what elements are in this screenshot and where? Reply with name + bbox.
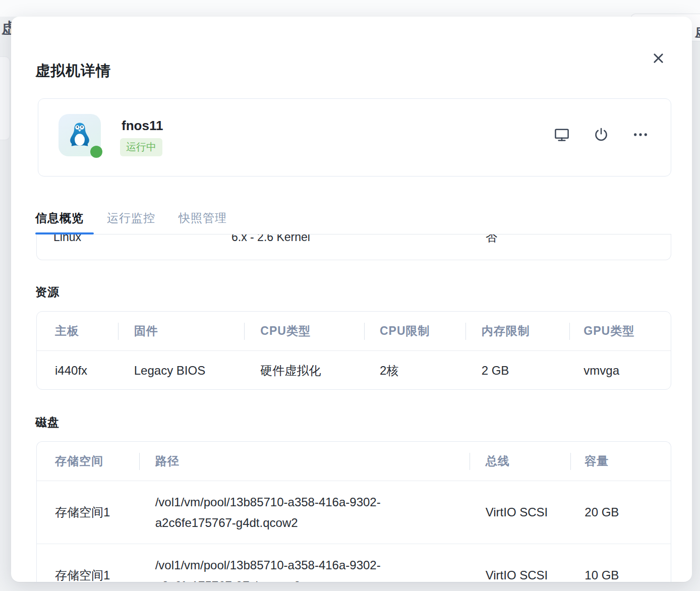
column-header: 路径 [139,451,469,471]
os-flag-cell: 否 [486,234,497,245]
vm-name: fnos11 [122,118,163,134]
os-info-table-clipped: Linux 6.x - 2.6 Kernel 否 [36,234,671,260]
cpu-type-cell: 硬件虚拟化 [244,363,364,379]
active-tab-underline [35,232,94,234]
status-badge: 运行中 [120,138,162,156]
column-header: 固件 [118,323,244,339]
column-header: 内存限制 [465,323,569,339]
vm-actions [550,123,652,146]
bus-cell: VirtIO SCSI [469,568,570,582]
column-header: 容量 [569,453,671,469]
path-cell: /vol1/vm/pool/13b85710-a358-416a-9302-a2… [139,492,469,533]
header-divider [570,453,571,470]
tab-snapshot[interactable]: 快照管理 [179,210,227,225]
tab-monitor[interactable]: 运行监控 [107,210,155,225]
header-divider [364,323,365,340]
backdrop-top-strip [0,0,700,17]
resources-table: 主板 固件 CPU类型 CPU限制 内存限制 GPU类型 i440fx Lega… [36,311,671,390]
power-icon [593,127,609,143]
header-divider [465,323,466,340]
motherboard-cell: i440fx [37,364,118,378]
vm-details-modal: 虚拟机详情 [11,17,692,582]
column-header: CPU类型 [244,323,364,339]
table-row: 存储空间1 /vol1/vm/pool/13b85710-a358-416a-9… [37,544,671,582]
monitor-icon [554,127,570,143]
path-cell: /vol1/vm/pool/13b85710-a358-416a-9302-a2… [139,555,469,582]
tab-bar: 信息概览 运行监控 快照管理 [35,210,227,225]
storage-space-cell: 存储空间1 [37,504,139,520]
close-button[interactable] [648,48,668,68]
disks-table: 存储空间 路径 总线 容量 存储空间1 /vol1/vm/pool/13b857… [36,441,671,582]
firmware-cell: Legacy BIOS [118,364,244,378]
console-button[interactable] [550,123,573,146]
column-header: CPU限制 [364,323,465,339]
modal-title: 虚拟机详情 [35,61,111,81]
backdrop-left-card [0,56,10,140]
capacity-cell: 10 GB [569,568,671,582]
column-header: 总线 [469,453,570,469]
column-header: 存储空间 [37,453,139,469]
storage-space-cell: 存储空间1 [37,567,139,582]
gpu-type-cell: vmvga [568,364,671,378]
header-divider [470,453,470,470]
power-button[interactable] [590,123,613,146]
status-dot [90,146,102,158]
bus-cell: VirtIO SCSI [469,505,570,519]
disks-table-header: 存储空间 路径 总线 容量 [37,442,671,481]
tab-overview[interactable]: 信息概览 [35,210,84,225]
disks-section-title: 磁盘 [35,415,60,430]
column-header: 主板 [37,323,118,339]
capacity-cell: 20 GB [569,505,671,519]
close-icon [652,51,665,65]
table-row: 存储空间1 /vol1/vm/pool/13b85710-a358-416a-9… [37,481,671,544]
header-divider [139,453,140,470]
table-row: i440fx Legacy BIOS 硬件虚拟化 2核 2 GB vmvga [37,351,671,390]
cpu-limit-cell: 2核 [364,363,465,379]
header-divider [118,323,119,340]
os-name-cell: Linux [53,234,81,245]
vm-summary-card: fnos11 运行中 [38,98,671,176]
resources-table-header: 主板 固件 CPU类型 CPU限制 内存限制 GPU类型 [37,312,671,351]
os-version-cell: 6.x - 2.6 Kernel [231,234,310,245]
memory-limit-cell: 2 GB [465,364,569,378]
resources-section-title: 资源 [35,284,60,300]
header-divider [569,323,570,340]
ellipsis-icon [632,127,649,143]
backdrop-clipped-title-right: 虚 [695,22,700,41]
column-header: GPU类型 [568,323,671,339]
header-divider [244,323,245,340]
more-button[interactable] [629,123,652,146]
